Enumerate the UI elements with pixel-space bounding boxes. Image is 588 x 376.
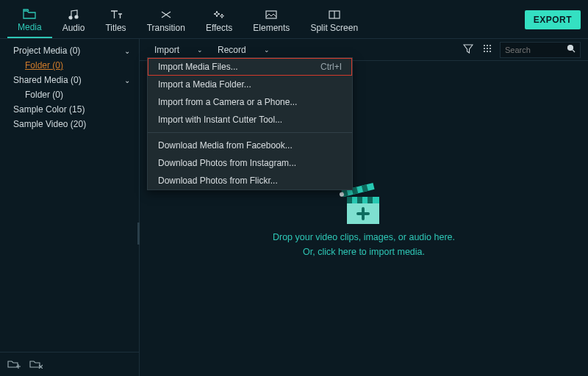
app: Media Audio Titles Transition Effects <box>0 0 588 376</box>
svg-point-5 <box>484 45 485 46</box>
transition-icon <box>159 8 173 21</box>
svg-rect-22 <box>347 197 352 203</box>
top-tab-bar: Media Audio Titles Transition Effects <box>0 0 588 39</box>
search-box[interactable] <box>500 42 581 58</box>
menu-item-import-media-folder[interactable]: Import a Media Folder... <box>148 76 352 93</box>
drop-text-line2: Or, click here to import media. <box>303 247 425 257</box>
svg-line-15 <box>573 50 575 52</box>
tab-label: Titles <box>105 23 126 33</box>
tree-item-sample-color[interactable]: Sample Color (15) <box>0 102 139 117</box>
search-icon[interactable] <box>567 44 576 55</box>
menu-item-download-facebook[interactable]: Download Media from Facebook... <box>148 137 352 154</box>
menu-item-label: Download Photos from Flickr... <box>158 176 342 186</box>
drop-text-line1: Drop your video clips, images, or audio … <box>273 232 455 242</box>
svg-point-14 <box>568 46 573 51</box>
chevron-down-icon[interactable]: ⌄ <box>121 76 133 84</box>
svg-point-6 <box>487 45 488 46</box>
import-label: Import <box>154 45 179 55</box>
import-dropdown[interactable]: Import ⌄ <box>147 45 210 55</box>
tab-label: Effects <box>206 23 232 33</box>
svg-rect-24 <box>368 197 373 203</box>
tab-label: Audio <box>62 23 85 33</box>
menu-item-label: Import from a Camera or a Phone... <box>158 97 342 107</box>
filter-icon[interactable] <box>459 43 478 56</box>
split-screen-icon <box>328 8 341 21</box>
chevron-down-icon: ⌄ <box>264 46 270 54</box>
text-icon <box>110 8 123 21</box>
svg-point-0 <box>69 16 72 19</box>
tree-item-label: Project Media (0) <box>13 46 121 56</box>
svg-point-11 <box>484 51 485 52</box>
menu-item-label: Import Media Files... <box>158 62 320 72</box>
tab-audio[interactable]: Audio <box>52 5 96 37</box>
menu-item-import-instant-cutter[interactable]: Import with Instant Cutter Tool... <box>148 111 352 129</box>
svg-point-12 <box>487 51 488 52</box>
tree-item-folder[interactable]: Folder (0) <box>0 87 139 102</box>
svg-point-9 <box>487 48 488 49</box>
svg-point-13 <box>490 51 491 52</box>
media-tree: Project Media (0) ⌄ Folder (0) Shared Me… <box>0 39 139 352</box>
svg-point-7 <box>490 45 491 46</box>
chevron-down-icon: ⌄ <box>197 46 203 54</box>
tree-item-label: Sample Color (15) <box>13 104 133 115</box>
tree-item-folder[interactable]: Folder (0) <box>0 58 139 73</box>
tab-media[interactable]: Media <box>7 4 52 38</box>
svg-point-10 <box>490 48 491 49</box>
image-icon <box>265 8 278 21</box>
tab-elements[interactable]: Elements <box>243 5 300 37</box>
menu-item-import-media-files[interactable]: Import Media Files... Ctrl+I <box>148 58 352 76</box>
tab-label: Elements <box>253 23 290 33</box>
tab-transition[interactable]: Transition <box>137 5 196 37</box>
tree-item-shared-media[interactable]: Shared Media (0) ⌄ <box>0 73 139 87</box>
record-dropdown[interactable]: Record ⌄ <box>210 45 277 55</box>
folder-icon <box>23 7 36 21</box>
tree-item-label: Folder (0) <box>25 60 133 70</box>
grid-view-icon[interactable]: circle{fill:#cfd8dc} <box>478 43 497 56</box>
tab-effects[interactable]: Effects <box>196 5 243 37</box>
menu-item-label: Import a Media Folder... <box>158 79 342 90</box>
tab-label: Split Screen <box>310 23 358 33</box>
record-label: Record <box>218 45 246 55</box>
tab-titles[interactable]: Titles <box>95 5 136 37</box>
tree-item-project-media[interactable]: Project Media (0) ⌄ <box>0 43 139 58</box>
export-button[interactable]: EXPORT <box>525 10 581 29</box>
search-input[interactable] <box>505 46 567 54</box>
tree-item-label: Sample Video (20) <box>13 119 133 129</box>
menu-item-import-camera-phone[interactable]: Import from a Camera or a Phone... <box>148 93 352 111</box>
tree-item-label: Folder (0) <box>25 90 133 100</box>
svg-rect-23 <box>357 197 362 203</box>
menu-item-shortcut: Ctrl+I <box>320 62 342 72</box>
import-menu: Import Media Files... Ctrl+I Import a Me… <box>147 57 353 190</box>
add-folder-icon[interactable] <box>7 358 21 370</box>
delete-folder-icon[interactable] <box>29 358 43 370</box>
tree-item-label: Shared Media (0) <box>13 75 121 85</box>
tab-label: Media <box>18 22 42 32</box>
menu-item-label: Download Photos from Instagram... <box>158 158 342 168</box>
sparkle-icon <box>212 8 226 21</box>
sidebar-bottom-tools <box>0 352 139 376</box>
menu-item-download-instagram[interactable]: Download Photos from Instagram... <box>148 154 352 172</box>
svg-point-1 <box>75 15 78 18</box>
menu-item-label: Download Media from Facebook... <box>158 140 342 151</box>
chevron-down-icon[interactable]: ⌄ <box>121 47 133 55</box>
panel-resize-grip[interactable] <box>137 223 140 245</box>
tab-label: Transition <box>147 23 185 33</box>
menu-item-download-flickr[interactable]: Download Photos from Flickr... <box>148 172 352 189</box>
tree-item-sample-video[interactable]: Sample Video (20) <box>0 117 139 131</box>
menu-separator <box>148 132 352 133</box>
menu-item-label: Import with Instant Cutter Tool... <box>158 115 342 125</box>
sidebar: Project Media (0) ⌄ Folder (0) Shared Me… <box>0 39 140 376</box>
tab-split-screen[interactable]: Split Screen <box>300 5 368 37</box>
svg-point-8 <box>484 48 485 49</box>
svg-rect-2 <box>266 11 276 18</box>
music-note-icon <box>67 8 80 21</box>
